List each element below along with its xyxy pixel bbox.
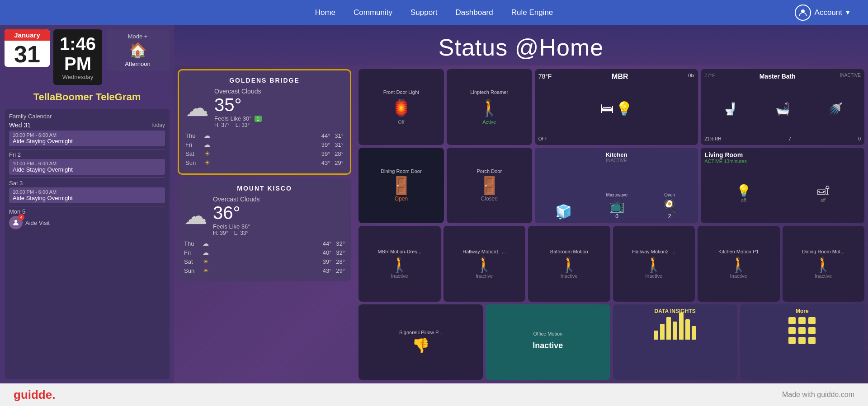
forecast-row-0: Thu ☁ 44°31° <box>185 131 344 140</box>
bar-chart <box>654 317 696 340</box>
office-motion-tile[interactable]: Office Motion Inactive <box>486 304 610 380</box>
more-dot-2 <box>798 317 806 324</box>
dining-room-door-tile[interactable]: Dining Room Door 🚪 Open <box>359 148 444 224</box>
mode-plus-icon[interactable]: + <box>144 33 148 40</box>
account-menu[interactable]: Account ▾ <box>795 5 850 21</box>
cal-fri-header: Fri 2 <box>9 149 165 158</box>
mbr-status: OFF <box>538 136 547 141</box>
office-motion-status: Inactive <box>533 341 563 350</box>
nav-dashboard[interactable]: Dashboard <box>456 8 493 17</box>
mount-kisco-feels: Feels Like 36° <box>213 223 259 230</box>
linptech-label: Linptech Roamer <box>470 89 508 95</box>
mbr-icons-row: 🛏 💡 <box>538 81 695 136</box>
nav-support[interactable]: Support <box>410 8 438 17</box>
top-widgets: January 31 1:46 PM Wednesday Mode + 🏠 Af… <box>5 29 170 85</box>
family-cal-header: Family Calendar <box>9 113 165 120</box>
bar-6 <box>685 319 690 340</box>
event-time-2: 10:00 PM - 6:00 AM <box>13 161 161 166</box>
devices-row-2: Dining Room Door 🚪 Open Porch Door 🚪 Clo… <box>359 148 864 224</box>
lantern-icon: 🏮 <box>391 98 411 117</box>
content-area: GOLDENS BRIDGE ☁ Overcast Clouds 35° Fee… <box>174 65 868 383</box>
mbr-motion-status: Inactive <box>391 273 408 279</box>
cal-sat-header: Sat 3 <box>9 177 165 187</box>
front-door-light-tile[interactable]: Front Door Light 🏮 Off <box>359 69 444 145</box>
master-bath-val2: 0 <box>858 136 861 141</box>
devices-row-3: MBR Motion-Dres... 🚶 Inactive Hallway Mo… <box>359 226 864 302</box>
kitchen-motion-tile[interactable]: Kitchen Motion P1 🚶 Inactive <box>698 226 780 302</box>
master-bath-tile[interactable]: 77°F Master Bath INACTIVE 🚽 🛁 🚿 21% RH 7 <box>701 69 864 145</box>
more-grid <box>788 317 816 344</box>
signorelli-tile[interactable]: Signorelli Pillow P... 👎 <box>359 304 483 380</box>
hallway-motion1-tile[interactable]: Hallway Motion1_... 🚶 Inactive <box>443 226 526 302</box>
dining-motion-tile[interactable]: Dining Room Mot... 🚶 Inactive <box>783 226 865 302</box>
microwave-icon: 📺 <box>609 198 625 213</box>
weather-goldens-bridge[interactable]: GOLDENS BRIDGE ☁ Overcast Clouds 35° Fee… <box>178 69 351 175</box>
calendar-event-3: 10:00 PM - 6:00 AM Aide Staying Overnigh… <box>9 187 165 203</box>
time-day: Wednesday <box>60 74 96 80</box>
hallway-motion1-label: Hallway Motion1_... <box>462 249 506 254</box>
toilet-icon: 🚽 <box>723 102 737 116</box>
family-cal-date-row: Wed 31 Today <box>9 121 165 129</box>
mbr-motion-tile[interactable]: MBR Motion-Dres... 🚶 Inactive <box>359 226 441 302</box>
living-room-sofa: 🛋 off <box>817 184 829 203</box>
kisco-forecast-row-3: Sun ☀ 43°29° <box>184 266 345 275</box>
footer: guidde. Made with guidde.com <box>0 383 868 406</box>
devices-area: Front Door Light 🏮 Off Linptech Roamer 🚶… <box>355 65 868 383</box>
master-bath-rh: 21% RH <box>704 136 721 141</box>
calendar-day: 31 <box>5 41 50 67</box>
porch-door-tile[interactable]: Porch Door 🚪 Closed <box>447 148 532 224</box>
event-title-3: Aide Staying Overnight <box>13 195 161 201</box>
center-right: Status @Home GOLDENS BRIDGE ☁ Overcast C… <box>174 25 868 383</box>
kitchen-tile[interactable]: Kitchen INACTIVE 🧊 Microwave 📺 0 <box>535 148 698 224</box>
hallway-motion2-tile[interactable]: Hallway Motion2_... 🚶 Inactive <box>613 226 695 302</box>
teleboomer-label: TellaBoomer TeleGram <box>5 89 170 106</box>
weather-badge: 1 <box>255 116 262 122</box>
more-dot-9 <box>808 337 816 344</box>
linptech-roamer-tile[interactable]: Linptech Roamer 🚶 Active <box>447 69 532 145</box>
event-time-1: 10:00 PM - 6:00 AM <box>13 132 161 138</box>
avatar-badge: 4 <box>18 214 24 220</box>
weather-mount-kisco[interactable]: MOUNT KISCO ☁ Overcast Clouds 36° Feels … <box>178 178 351 281</box>
mbr-tile[interactable]: 78°F MBR 0lx 🛏 💡 OFF <box>535 69 698 145</box>
goldens-bridge-main: ☁ Overcast Clouds 35° Feels Like 30° 1 H… <box>185 88 344 128</box>
shower-icon: 🚿 <box>828 102 843 116</box>
more-tile[interactable]: More <box>740 304 864 380</box>
more-label: More <box>796 308 809 314</box>
mbr-header-row: 78°F MBR 0lx <box>538 73 695 81</box>
goldens-bridge-feels: Feels Like 30° 1 <box>214 115 262 122</box>
bed-icon: 🛏 <box>600 101 614 116</box>
cloud-icon-kisco: ☁ <box>184 202 208 229</box>
kisco-forecast-row-1: Fri ☁ 40°32° <box>184 248 345 257</box>
data-insights-label: DATA INSIGHTS <box>655 308 696 314</box>
fridge-icon: 🧊 <box>555 204 572 219</box>
more-dot-5 <box>798 327 806 334</box>
kisco-sun-icon: ☀ <box>201 258 210 265</box>
nav-rule-engine[interactable]: Rule Engine <box>511 8 553 17</box>
time-display: 1:46 PM <box>60 34 96 74</box>
mount-kisco-main: ☁ Overcast Clouds 36° Feels Like 36° H: … <box>184 196 345 236</box>
more-dot-7 <box>788 337 796 344</box>
nav-home[interactable]: Home <box>315 8 335 17</box>
kisco-sun-icon-1: ☀ <box>201 267 210 274</box>
linptech-status: Active <box>482 119 496 125</box>
dining-room-door-status: Open <box>395 196 408 202</box>
motion-person-icon-5: 🚶 <box>730 256 748 273</box>
master-bath-title: Master Bath <box>760 73 796 80</box>
nav-community[interactable]: Community <box>354 8 392 17</box>
motion-person-icon-6: 🚶 <box>814 256 832 273</box>
living-room-tile[interactable]: Living Room ACTIVE 13minutes 💡 off <box>701 148 864 224</box>
data-insights-tile[interactable]: DATA INSIGHTS <box>613 304 737 380</box>
door-icon: 🚪 <box>391 176 412 196</box>
bathroom-motion-tile[interactable]: Bathroom Motion 🚶 Inactive <box>528 226 610 302</box>
devices-row-4: Signorelli Pillow P... 👎 Office Motion I… <box>359 304 864 380</box>
signorelli-label: Signorelli Pillow P... <box>399 330 442 335</box>
calendar-widget: January 31 <box>5 29 50 67</box>
bar-1 <box>654 331 658 340</box>
front-door-light-status: Off <box>398 119 404 125</box>
avatar: 4 <box>9 216 23 229</box>
mode-value: Afternoon <box>112 61 163 67</box>
time-widget: 1:46 PM Wednesday <box>53 29 102 85</box>
goldens-bridge-forecast: Thu ☁ 44°31° Fri ☁ 39°31° Sat ☀ 39°2 <box>185 131 344 167</box>
living-room-title: Living Room <box>704 151 743 159</box>
living-room-icons: 💡 off 🛋 off <box>704 168 861 220</box>
